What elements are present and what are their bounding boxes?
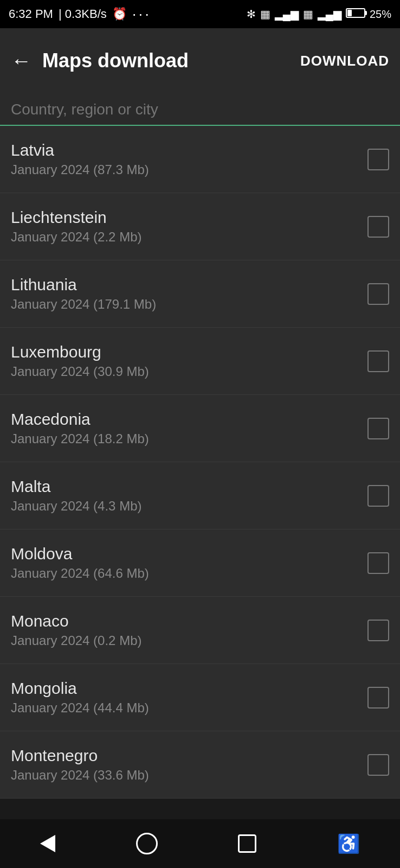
list-item-meta: January 2024 (0.2 Mb) (11, 633, 357, 648)
list-item: MoldovaJanuary 2024 (64.6 Mb) (0, 529, 400, 597)
battery-percent: 25% (370, 8, 391, 21)
home-nav-button[interactable] (136, 833, 158, 854)
list-item-info: MontenegroJanuary 2024 (33.6 Mb) (11, 746, 357, 783)
accessibility-icon: ♿ (337, 833, 360, 854)
download-checkbox[interactable] (367, 552, 389, 574)
download-checkbox[interactable] (367, 687, 389, 709)
list-item: MonacoJanuary 2024 (0.2 Mb) (0, 597, 400, 664)
sim2-icon: ▦ (303, 8, 313, 21)
list-item-info: LuxembourgJanuary 2024 (30.9 Mb) (11, 343, 357, 379)
list-item-name: Moldova (11, 545, 357, 563)
list-item-meta: January 2024 (87.3 Mb) (11, 162, 357, 177)
download-checkbox[interactable] (367, 216, 389, 238)
status-network: | 0.3KB/s (59, 7, 107, 21)
status-time: 6:32 PM (9, 7, 53, 21)
list-item-info: MacedoniaJanuary 2024 (18.2 Mb) (11, 410, 357, 446)
back-triangle-icon (40, 835, 55, 852)
battery-icon (346, 8, 365, 21)
search-input[interactable] (11, 101, 389, 125)
download-checkbox[interactable] (367, 754, 389, 776)
list-item-name: Mongolia (11, 679, 357, 698)
list-item-info: MaltaJanuary 2024 (4.3 Mb) (11, 477, 357, 514)
list-item-info: LiechtensteinJanuary 2024 (2.2 Mb) (11, 208, 357, 245)
list-item: LatviaJanuary 2024 (87.3 Mb) (0, 126, 400, 193)
list-item-name: Latvia (11, 141, 357, 159)
list-item-name: Lithuania (11, 276, 357, 294)
list-item-meta: January 2024 (179.1 Mb) (11, 297, 357, 312)
sim-icon: ▦ (260, 8, 270, 21)
list-item-meta: January 2024 (4.3 Mb) (11, 499, 357, 514)
list-item: MontenegroJanuary 2024 (33.6 Mb) (0, 731, 400, 799)
map-list: LatviaJanuary 2024 (87.3 Mb)Liechtenstei… (0, 126, 400, 799)
accessibility-nav-button[interactable]: ♿ (337, 833, 360, 854)
status-right: ✻ ▦ ▂▄▆ ▦ ▂▄▆ 25% (247, 8, 391, 21)
list-item-name: Monaco (11, 612, 357, 630)
recents-nav-button[interactable] (238, 834, 256, 853)
list-item: MongoliaJanuary 2024 (44.4 Mb) (0, 664, 400, 731)
overflow-menu-icon[interactable]: ··· (132, 5, 151, 23)
list-item-info: MonacoJanuary 2024 (0.2 Mb) (11, 612, 357, 648)
list-item-info: LatviaJanuary 2024 (87.3 Mb) (11, 141, 357, 177)
recents-square-icon (238, 834, 256, 853)
list-item-meta: January 2024 (64.6 Mb) (11, 566, 357, 581)
app-bar: ← Maps download DOWNLOAD (0, 28, 400, 93)
list-item-name: Macedonia (11, 410, 357, 429)
list-item-meta: January 2024 (18.2 Mb) (11, 431, 357, 446)
list-item: MacedoniaJanuary 2024 (18.2 Mb) (0, 395, 400, 462)
signal2-icon: ▂▄▆ (318, 8, 341, 21)
list-item-meta: January 2024 (44.4 Mb) (11, 700, 357, 716)
list-item-info: MongoliaJanuary 2024 (44.4 Mb) (11, 679, 357, 716)
bottom-nav: ♿ (0, 819, 400, 868)
list-item-info: MoldovaJanuary 2024 (64.6 Mb) (11, 545, 357, 581)
alarm-icon: ⏰ (112, 7, 127, 21)
back-button[interactable]: ← (11, 49, 31, 73)
download-button[interactable]: DOWNLOAD (300, 53, 389, 69)
search-bar (0, 93, 400, 126)
list-item-meta: January 2024 (33.6 Mb) (11, 768, 357, 783)
list-item-name: Luxembourg (11, 343, 357, 361)
list-item: LithuaniaJanuary 2024 (179.1 Mb) (0, 260, 400, 328)
list-item: MaltaJanuary 2024 (4.3 Mb) (0, 462, 400, 529)
list-item-meta: January 2024 (30.9 Mb) (11, 364, 357, 379)
status-left: 6:32 PM | 0.3KB/s ⏰ ··· (9, 5, 151, 23)
download-checkbox[interactable] (367, 485, 389, 507)
download-checkbox[interactable] (367, 620, 389, 641)
download-checkbox[interactable] (367, 350, 389, 372)
list-item: LiechtensteinJanuary 2024 (2.2 Mb) (0, 193, 400, 260)
list-item-name: Montenegro (11, 746, 357, 765)
list-item-name: Liechtenstein (11, 208, 357, 227)
download-checkbox[interactable] (367, 418, 389, 439)
app-bar-left: ← Maps download (11, 49, 189, 73)
back-nav-button[interactable] (40, 835, 55, 852)
page-title: Maps download (42, 49, 189, 72)
list-item-meta: January 2024 (2.2 Mb) (11, 229, 357, 245)
signal-icon: ▂▄▆ (275, 8, 299, 21)
bluetooth-icon: ✻ (247, 8, 256, 21)
list-item-info: LithuaniaJanuary 2024 (179.1 Mb) (11, 276, 357, 312)
list-item: LuxembourgJanuary 2024 (30.9 Mb) (0, 328, 400, 395)
list-item-name: Malta (11, 477, 357, 496)
download-checkbox[interactable] (367, 149, 389, 170)
home-circle-icon (136, 833, 158, 854)
download-checkbox[interactable] (367, 283, 389, 305)
status-bar: 6:32 PM | 0.3KB/s ⏰ ··· ✻ ▦ ▂▄▆ ▦ ▂▄▆ 25… (0, 0, 400, 28)
